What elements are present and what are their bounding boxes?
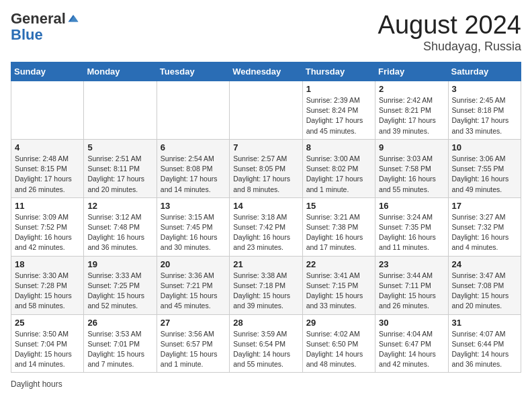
calendar-day-cell: 5Sunrise: 2:51 AMSunset: 8:11 PMDaylight… [84,139,157,197]
day-info: Sunrise: 3:15 AMSunset: 7:45 PMDaylight:… [161,213,218,252]
calendar-day-cell: 23Sunrise: 3:44 AMSunset: 7:11 PMDayligh… [375,256,448,314]
calendar-day-cell: 21Sunrise: 3:38 AMSunset: 7:18 PMDayligh… [230,256,302,314]
day-number: 25 [15,318,80,328]
day-number: 2 [379,84,444,94]
calendar-day-cell: 10Sunrise: 3:06 AMSunset: 7:55 PMDayligh… [448,139,521,197]
day-number: 24 [452,259,517,269]
day-number: 17 [452,201,517,211]
day-info: Sunrise: 3:50 AMSunset: 7:04 PMDaylight:… [15,330,72,369]
day-number: 7 [233,142,298,152]
calendar-day-cell: 9Sunrise: 3:03 AMSunset: 7:58 PMDaylight… [375,139,448,197]
footer: Daylight hours [11,379,521,389]
day-number: 15 [306,201,371,211]
day-info: Sunrise: 3:33 AMSunset: 7:25 PMDaylight:… [87,271,144,310]
day-info: Sunrise: 3:30 AMSunset: 7:28 PMDaylight:… [15,271,72,310]
day-info: Sunrise: 3:36 AMSunset: 7:21 PMDaylight:… [161,271,218,310]
calendar-day-cell: 6Sunrise: 2:54 AMSunset: 8:08 PMDaylight… [157,139,229,197]
day-number: 30 [379,318,444,328]
day-info: Sunrise: 3:38 AMSunset: 7:18 PMDaylight:… [233,271,290,310]
day-number: 21 [233,259,298,269]
calendar-day-cell: 3Sunrise: 2:45 AMSunset: 8:18 PMDaylight… [448,81,521,140]
calendar-day-cell: 30Sunrise: 4:04 AMSunset: 6:47 PMDayligh… [375,314,448,373]
day-info: Sunrise: 2:42 AMSunset: 8:21 PMDaylight:… [379,96,436,135]
calendar-day-cell [157,81,229,140]
calendar-week-row: 1Sunrise: 2:39 AMSunset: 8:24 PMDaylight… [11,81,521,140]
day-number: 28 [233,318,298,328]
day-info: Sunrise: 2:57 AMSunset: 8:05 PMDaylight:… [233,154,290,193]
day-info: Sunrise: 3:53 AMSunset: 7:01 PMDaylight:… [87,330,144,369]
day-info: Sunrise: 4:02 AMSunset: 6:50 PMDaylight:… [306,330,363,369]
calendar-day-cell: 18Sunrise: 3:30 AMSunset: 7:28 PMDayligh… [11,256,84,314]
day-number: 13 [161,201,226,211]
day-number: 4 [15,142,80,152]
calendar-day-cell: 17Sunrise: 3:27 AMSunset: 7:32 PMDayligh… [448,197,521,256]
day-info: Sunrise: 3:06 AMSunset: 7:55 PMDaylight:… [452,154,509,193]
calendar-day-cell: 15Sunrise: 3:21 AMSunset: 7:38 PMDayligh… [302,197,375,256]
day-info: Sunrise: 4:04 AMSunset: 6:47 PMDaylight:… [379,330,436,369]
weekday-header: Sunday [11,62,84,81]
calendar-day-cell [230,81,302,140]
day-info: Sunrise: 3:03 AMSunset: 7:58 PMDaylight:… [379,154,436,193]
day-info: Sunrise: 2:39 AMSunset: 8:24 PMDaylight:… [306,96,363,135]
logo-general-text: General [11,11,66,27]
calendar-day-cell: 13Sunrise: 3:15 AMSunset: 7:45 PMDayligh… [157,197,229,256]
calendar-day-cell: 11Sunrise: 3:09 AMSunset: 7:52 PMDayligh… [11,197,84,256]
calendar-day-cell [11,81,84,140]
day-number: 5 [87,142,152,152]
day-number: 10 [452,142,517,152]
day-number: 29 [306,318,371,328]
calendar-day-cell: 26Sunrise: 3:53 AMSunset: 7:01 PMDayligh… [84,314,157,373]
calendar-day-cell [84,81,157,140]
day-info: Sunrise: 3:56 AMSunset: 6:57 PMDaylight:… [161,330,218,369]
calendar-table: SundayMondayTuesdayWednesdayThursdayFrid… [11,62,521,373]
day-number: 23 [379,259,444,269]
calendar-week-row: 18Sunrise: 3:30 AMSunset: 7:28 PMDayligh… [11,256,521,314]
calendar-day-cell: 20Sunrise: 3:36 AMSunset: 7:21 PMDayligh… [157,256,229,314]
logo-blue-text: Blue [11,27,79,43]
day-number: 11 [15,201,80,211]
day-number: 19 [87,259,152,269]
day-info: Sunrise: 3:59 AMSunset: 6:54 PMDaylight:… [233,330,290,369]
calendar-day-cell: 2Sunrise: 2:42 AMSunset: 8:21 PMDaylight… [375,81,448,140]
logo-icon [67,13,79,25]
day-info: Sunrise: 4:07 AMSunset: 6:44 PMDaylight:… [452,330,509,369]
day-number: 9 [379,142,444,152]
calendar-day-cell: 19Sunrise: 3:33 AMSunset: 7:25 PMDayligh… [84,256,157,314]
day-info: Sunrise: 3:47 AMSunset: 7:08 PMDaylight:… [452,271,509,310]
calendar-week-row: 25Sunrise: 3:50 AMSunset: 7:04 PMDayligh… [11,314,521,373]
day-info: Sunrise: 3:41 AMSunset: 7:15 PMDaylight:… [306,271,363,310]
day-number: 8 [306,142,371,152]
weekday-header: Thursday [302,62,375,81]
calendar-week-row: 4Sunrise: 2:48 AMSunset: 8:15 PMDaylight… [11,139,521,197]
day-info: Sunrise: 3:44 AMSunset: 7:11 PMDaylight:… [379,271,436,310]
day-info: Sunrise: 3:09 AMSunset: 7:52 PMDaylight:… [15,213,72,252]
title-block: August 2024 Shudayag, Russia [378,11,521,54]
weekday-header: Tuesday [157,62,229,81]
calendar-day-cell: 22Sunrise: 3:41 AMSunset: 7:15 PMDayligh… [302,256,375,314]
day-number: 3 [452,84,517,94]
day-number: 12 [87,201,152,211]
day-number: 22 [306,259,371,269]
calendar-day-cell: 4Sunrise: 2:48 AMSunset: 8:15 PMDaylight… [11,139,84,197]
calendar-day-cell: 14Sunrise: 3:18 AMSunset: 7:42 PMDayligh… [230,197,302,256]
calendar-day-cell: 27Sunrise: 3:56 AMSunset: 6:57 PMDayligh… [157,314,229,373]
weekday-header: Saturday [448,62,521,81]
day-number: 14 [233,201,298,211]
day-number: 1 [306,84,371,94]
daylight-label: Daylight hours [11,379,62,389]
calendar-day-cell: 7Sunrise: 2:57 AMSunset: 8:05 PMDaylight… [230,139,302,197]
day-info: Sunrise: 2:48 AMSunset: 8:15 PMDaylight:… [15,154,72,193]
calendar-day-cell: 25Sunrise: 3:50 AMSunset: 7:04 PMDayligh… [11,314,84,373]
day-number: 27 [161,318,226,328]
day-number: 18 [15,259,80,269]
page-header: General Blue August 2024 Shudayag, Russi… [11,11,521,54]
day-info: Sunrise: 3:21 AMSunset: 7:38 PMDaylight:… [306,213,363,252]
day-number: 20 [161,259,226,269]
day-info: Sunrise: 2:45 AMSunset: 8:18 PMDaylight:… [452,96,509,135]
day-info: Sunrise: 3:18 AMSunset: 7:42 PMDaylight:… [233,213,290,252]
location-title: Shudayag, Russia [378,40,521,54]
calendar-day-cell: 1Sunrise: 2:39 AMSunset: 8:24 PMDaylight… [302,81,375,140]
day-info: Sunrise: 3:00 AMSunset: 8:02 PMDaylight:… [306,154,363,193]
day-number: 26 [87,318,152,328]
day-info: Sunrise: 2:51 AMSunset: 8:11 PMDaylight:… [87,154,144,193]
